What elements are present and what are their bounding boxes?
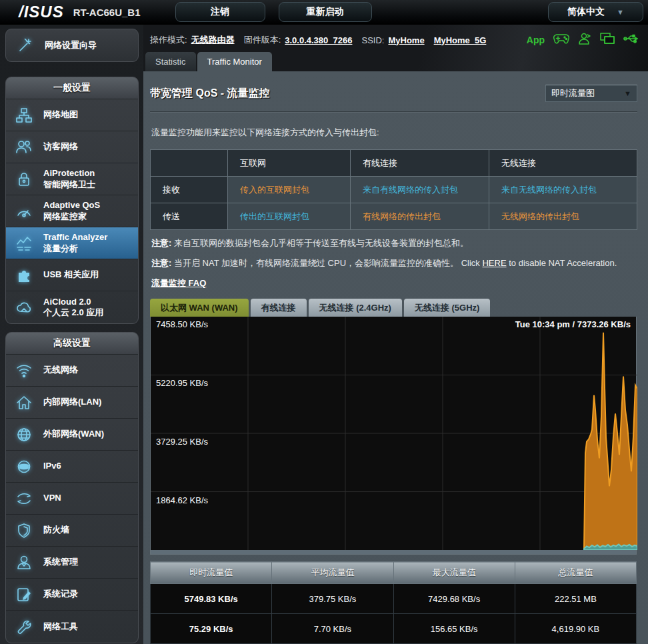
sidebar-item-usb-apps[interactable]: USB 相关应用 xyxy=(6,259,138,291)
firmware-version-link[interactable]: 3.0.0.4.380_7266 xyxy=(285,35,352,45)
guest-network-icon xyxy=(13,136,35,159)
sidebar-item-label: USB 相关应用 xyxy=(43,269,99,280)
sidebar-item-wireless[interactable]: 无线网络 xyxy=(6,355,138,387)
sidebar-item-system-log[interactable]: 系统记录 xyxy=(6,579,138,611)
upload-stats-row: 75.29 KB/s 7.70 KB/s 156.65 KB/s 4,619.9… xyxy=(151,614,637,644)
disable-nat-link[interactable]: HERE xyxy=(482,258,506,268)
sidebar-item-label: 防火墙 xyxy=(43,525,69,535)
top-bar: /ISUS RT-AC66U_B1 注销 重新启动 简体中文 ▼ xyxy=(0,0,648,25)
rx-internet-link[interactable]: 传入的互联网封包 xyxy=(240,185,309,195)
sidebar-item-network-tools[interactable]: 网络工具 xyxy=(6,611,138,643)
note-2: 注意: 当开启 NAT 加速时，有线网络流量绕过 CPU，会影响流量监控的准确性… xyxy=(151,257,637,270)
sidebar-item-wan[interactable]: 外部网络(WAN) xyxy=(6,419,138,451)
page-title: 带宽管理 QoS - 流量监控 xyxy=(150,87,270,101)
upload-current: 75.29 KB/s xyxy=(151,614,272,644)
sidebar-item-label: 外部网络(WAN) xyxy=(43,429,104,439)
stat-header-current: 即时流量值 xyxy=(151,562,272,584)
vpn-arrows-icon xyxy=(13,487,35,510)
sidebar-item-label: Traffic Analyzer 流量分析 xyxy=(43,232,107,254)
puzzle-icon xyxy=(13,264,35,287)
firmware-label: 固件版本: xyxy=(244,34,281,46)
ssid-5g-link[interactable]: MyHome_5G xyxy=(434,35,487,45)
interface-tabs: 以太网 WAN (WAN) 有线连接 无线连接 (2.4GHz) 无线连接 (5… xyxy=(150,299,637,317)
y-axis-tick: 5220.95 KB/s xyxy=(156,378,208,388)
view-mode-select[interactable]: 即时流量图 ▼ xyxy=(545,85,637,102)
table-row: 传送 传出的互联网封包 有线网络的传出封包 无线网络的传出封包 xyxy=(151,203,637,230)
globe-icon xyxy=(13,423,35,446)
status-banner: 操作模式: 无线路由器 固件版本: 3.0.0.4.380_7266 SSID:… xyxy=(143,25,648,71)
chart-bottom-strip xyxy=(151,550,636,554)
row-header-transmission: 传送 xyxy=(151,203,228,230)
operation-mode-link[interactable]: 无线路由器 xyxy=(191,34,235,46)
game-controller-icon[interactable] xyxy=(553,33,569,47)
connection-type-table: 互联网 有线连接 无线连接 接收 传入的互联网封包 来自有线网络的传入封包 来自… xyxy=(150,149,637,230)
devices-icon[interactable] xyxy=(600,33,615,47)
y-axis-tick: 7458.50 KB/s xyxy=(156,319,208,329)
user-client-icon[interactable] xyxy=(578,33,591,47)
sidebar-item-guest-network[interactable]: 访客网络 xyxy=(6,131,138,163)
tx-wired-link[interactable]: 有线网络的传出封包 xyxy=(363,211,441,221)
y-axis-tick: 3729.25 KB/s xyxy=(156,437,208,447)
tx-internet-link[interactable]: 传出的互联网封包 xyxy=(240,211,309,221)
tab-ethernet-wan[interactable]: 以太网 WAN (WAN) xyxy=(150,299,249,317)
traffic-monitor-faq-link[interactable]: 流量监控 FAQ xyxy=(151,277,206,289)
tab-traffic-monitor[interactable]: Traffic Monitor xyxy=(197,52,272,71)
download-stats-row: 5749.83 KB/s 379.75 KB/s 7429.68 KB/s 22… xyxy=(151,584,637,614)
chevron-down-icon: ▼ xyxy=(617,8,624,16)
router-model: RT-AC66U_B1 xyxy=(73,7,141,18)
corner-cell xyxy=(151,150,228,177)
tab-wireless-24ghz[interactable]: 无线连接 (2.4GHz) xyxy=(309,299,402,317)
logout-button[interactable]: 注销 xyxy=(175,2,265,22)
sidebar-item-label: 网络设置向导 xyxy=(45,39,97,51)
sidebar-group-advanced: 高级设置 无线网络 内部网络(LAN) 外部网络(WAN) xyxy=(5,332,139,643)
tx-wireless-link[interactable]: 无线网络的传出封包 xyxy=(501,211,579,221)
rx-wired-link[interactable]: 来自有线网络的传入封包 xyxy=(363,185,458,195)
reboot-button[interactable]: 重新启动 xyxy=(279,2,372,22)
sidebar-item-quick-setup[interactable]: 网络设置向导 xyxy=(5,29,139,62)
rx-wireless-link[interactable]: 来自无线网络的传入封包 xyxy=(501,185,597,195)
asus-logo: /ISUS xyxy=(19,3,64,21)
page-description: 流量监控功能用来监控以下网络连接方式的传入与传出封包: xyxy=(151,127,637,139)
usb-icon[interactable] xyxy=(623,33,639,47)
row-header-reception: 接收 xyxy=(151,177,228,203)
col-header-wired: 有线连接 xyxy=(351,150,489,177)
cursor-readout: Tue 10:34 pm / 7373.26 KB/s xyxy=(515,319,631,329)
sidebar-item-network-map[interactable]: 网络地图 xyxy=(6,99,138,131)
sidebar-item-aicloud[interactable]: AiCloud 2.0 个人云 2.0 应用 xyxy=(6,291,138,323)
sidebar-item-administration[interactable]: 系统管理 xyxy=(6,547,138,579)
sidebar-item-traffic-analyzer[interactable]: Traffic Analyzer 流量分析 xyxy=(6,227,138,259)
download-average: 379.75 KB/s xyxy=(272,584,393,614)
upload-average: 7.70 KB/s xyxy=(272,614,393,644)
advanced-settings-header: 高级设置 xyxy=(6,333,138,355)
download-current: 5749.83 KB/s xyxy=(151,584,272,614)
traffic-chart-icon xyxy=(13,232,35,255)
sidebar-item-label: AiCloud 2.0 个人云 2.0 应用 xyxy=(43,297,103,319)
sidebar-item-label: Adaptive QoS 网络监控家 xyxy=(43,200,100,222)
lock-icon xyxy=(13,168,35,191)
sidebar-item-label: AiProtection 智能网络卫士 xyxy=(43,168,95,190)
view-mode-value: 即时流量图 xyxy=(551,87,595,99)
tab-statistic[interactable]: Statistic xyxy=(145,52,196,71)
sidebar-item-aiprotection[interactable]: AiProtection 智能网络卫士 xyxy=(6,163,138,195)
sidebar-item-firewall[interactable]: 防火墙 xyxy=(6,515,138,547)
tab-wireless-5ghz[interactable]: 无线连接 (5GHz) xyxy=(404,299,491,317)
sidebar: 网络设置向导 一般设置 网络地图 访客网络 AiPr xyxy=(0,25,143,644)
ssid-24g-link[interactable]: MyHome xyxy=(388,35,424,45)
download-maximum: 7429.68 KB/s xyxy=(393,584,515,614)
admin-user-icon xyxy=(13,551,35,574)
sidebar-item-ipv6[interactable]: IPv6 xyxy=(6,451,138,483)
language-value: 简体中文 xyxy=(567,6,605,18)
sidebar-item-lan[interactable]: 内部网络(LAN) xyxy=(6,387,138,419)
page-tabs: Statistic Traffic Monitor xyxy=(145,52,272,71)
sidebar-item-vpn[interactable]: VPN xyxy=(6,483,138,515)
upload-maximum: 156.65 KB/s xyxy=(393,614,515,644)
app-link[interactable]: App xyxy=(527,35,545,45)
sidebar-item-label: 无线网络 xyxy=(43,365,78,375)
sidebar-group-general: 一般设置 网络地图 访客网络 AiProtection 智能网络卫 xyxy=(5,77,139,324)
note-1: 注意: 来自互联网的数据封包会几乎相等于传送至有线与无线设备装置的封包总和。 xyxy=(151,237,637,250)
sidebar-item-adaptive-qos[interactable]: Adaptive QoS 网络监控家 xyxy=(6,195,138,227)
wrench-icon xyxy=(13,615,35,638)
table-row: 接收 传入的互联网封包 来自有线网络的传入封包 来自无线网络的传入封包 xyxy=(151,177,637,203)
language-dropdown[interactable]: 简体中文 ▼ xyxy=(548,2,643,22)
tab-wired[interactable]: 有线连接 xyxy=(251,299,307,317)
